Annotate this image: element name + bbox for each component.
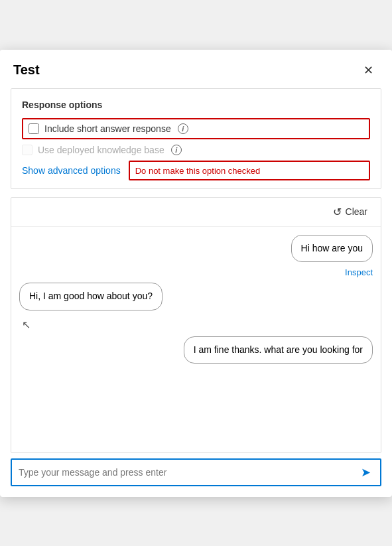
message-row-1: Hi how are you <box>19 235 373 263</box>
close-icon: ✕ <box>363 63 373 78</box>
options-row: Show advanced options Do not make this o… <box>22 161 370 180</box>
user-message-1-text: Hi how are you <box>301 243 363 253</box>
dialog-header: Test ✕ <box>0 50 392 88</box>
chat-panel: ↺ Clear Hi how are you Inspect Hi, I am … <box>11 197 381 453</box>
clear-button[interactable]: ↺ Clear <box>328 203 373 221</box>
send-icon: ➤ <box>361 465 371 480</box>
use-deployed-kb-checkbox <box>22 145 33 155</box>
send-button[interactable]: ➤ <box>358 464 373 481</box>
use-deployed-kb-info-icon: i <box>171 145 182 155</box>
chat-messages[interactable]: Hi how are you Inspect Hi, I am good how… <box>11 227 381 452</box>
response-options-panel: Response options Include short answer re… <box>11 88 381 189</box>
chat-input[interactable] <box>19 467 358 478</box>
include-short-answer-label[interactable]: Include short answer response <box>44 123 171 134</box>
message-row-2: Hi, I am good how about you? <box>19 283 373 310</box>
cursor-icon: ↖ <box>22 318 31 331</box>
use-deployed-kb-label: Use deployed knowledge base <box>38 145 164 155</box>
cursor-row: ↖ <box>19 316 373 331</box>
message-row-3: I am fine thanks. what are you looking f… <box>19 336 373 364</box>
dialog-title: Test <box>13 62 40 78</box>
close-button[interactable]: ✕ <box>358 60 379 80</box>
bot-message-1-text: Hi, I am good how about you? <box>29 291 153 301</box>
clear-refresh-icon: ↺ <box>333 206 342 218</box>
warning-box: Do not make this option checked <box>129 161 370 180</box>
section-label: Response options <box>22 100 370 110</box>
user-message-2-text: I am fine thanks. what are you looking f… <box>194 344 363 355</box>
chat-input-area[interactable]: ➤ <box>11 458 381 486</box>
inspect-link[interactable]: Inspect <box>345 267 373 277</box>
bot-bubble-1: Hi, I am good how about you? <box>19 283 163 310</box>
chat-toolbar: ↺ Clear <box>11 198 381 227</box>
use-deployed-kb-row: Use deployed knowledge base i <box>22 145 370 155</box>
show-advanced-button[interactable]: Show advanced options <box>22 165 121 176</box>
include-short-answer-row: Include short answer response i <box>22 118 370 139</box>
inspect-link-row: Inspect <box>19 267 373 277</box>
include-short-answer-checkbox[interactable] <box>29 123 39 134</box>
user-bubble-2: I am fine thanks. what are you looking f… <box>184 336 373 364</box>
user-bubble-1: Hi how are you <box>291 235 373 263</box>
test-dialog: Test ✕ Response options Include short an… <box>0 50 392 497</box>
include-short-answer-info-icon[interactable]: i <box>178 123 188 134</box>
clear-label: Clear <box>346 206 367 217</box>
warning-text: Do not make this option checked <box>135 166 261 176</box>
